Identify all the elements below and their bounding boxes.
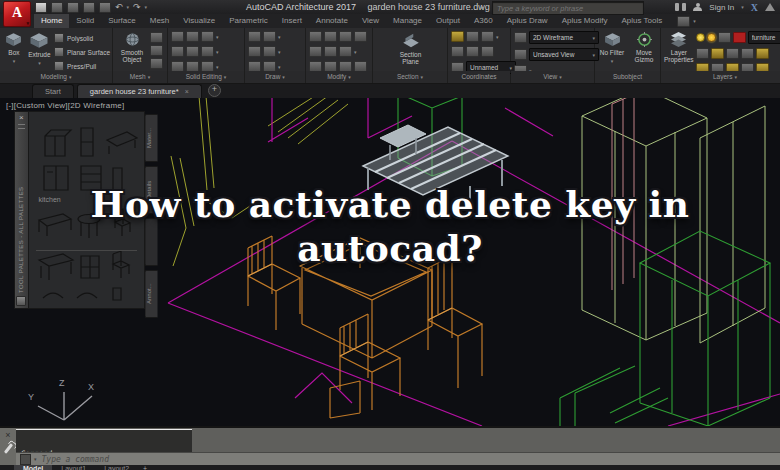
- autodesk-a360-icon[interactable]: [765, 3, 775, 11]
- circle-icon[interactable]: [248, 46, 261, 57]
- palette-grip-icon[interactable]: [18, 124, 25, 129]
- wrench-icon[interactable]: [3, 443, 12, 454]
- palette-tool-arc-b[interactable]: [77, 293, 97, 298]
- polysolid-button[interactable]: Polysolid: [54, 33, 110, 43]
- ribbon-tab-solid[interactable]: Solid: [69, 14, 101, 28]
- sign-in-button[interactable]: Sign In: [709, 3, 734, 12]
- ribbon-display-toggle[interactable]: ▾: [677, 14, 696, 28]
- close-icon[interactable]: ×: [19, 114, 24, 122]
- ribbon-tab-mesh[interactable]: Mesh: [143, 14, 177, 28]
- panel-label-layers[interactable]: Layers▾: [661, 71, 780, 83]
- panel-label-mesh[interactable]: Mesh▾: [113, 71, 167, 83]
- close-icon[interactable]: ×: [185, 86, 189, 98]
- intersect-icon[interactable]: [201, 31, 214, 42]
- redo-icon[interactable]: ↷: [133, 3, 141, 12]
- layer-lock-icon[interactable]: [718, 32, 731, 43]
- ribbon-tab-annotate[interactable]: Annotate: [309, 14, 355, 28]
- box-button[interactable]: Box ▾: [3, 30, 25, 71]
- search-expand-icon[interactable]: ▸: [481, 3, 484, 10]
- panel-label-solid-editing[interactable]: Solid Editing▾: [168, 71, 244, 83]
- subtract-icon[interactable]: [186, 31, 199, 42]
- caret-down-icon[interactable]: ▾: [216, 34, 219, 40]
- rotate-icon[interactable]: [324, 31, 337, 42]
- layer-match-icon[interactable]: [696, 48, 709, 59]
- autodesk-exchange-icon[interactable]: X: [751, 2, 758, 13]
- palette-tab-annotation[interactable]: Annot...: [145, 270, 158, 318]
- palette-tool-low-table[interactable]: [107, 132, 137, 154]
- panel-label-modify[interactable]: Modify▾: [306, 71, 372, 83]
- ribbon-tab-parametric[interactable]: Parametric: [222, 14, 275, 28]
- ucs-z-axis-icon[interactable]: [466, 46, 479, 57]
- named-view-dropdown[interactable]: Unsaved View ▾: [529, 48, 599, 61]
- plot-icon[interactable]: [99, 2, 111, 13]
- layer-thaw-icon[interactable]: [707, 33, 716, 42]
- move-gizmo-button[interactable]: Move Gizmo: [631, 30, 657, 71]
- fillet-edge-icon[interactable]: [201, 46, 214, 57]
- named-view-icon[interactable]: [514, 49, 527, 60]
- caret-down-icon[interactable]: ▾: [34, 456, 37, 462]
- caret-down-icon[interactable]: ▾: [216, 49, 219, 55]
- palette-tab-materials[interactable]: Mater...: [145, 114, 158, 162]
- palette-tool-small-rect[interactable]: [113, 288, 121, 300]
- caret-down-icon[interactable]: ▾: [278, 49, 281, 55]
- palette-tool-tall-cabinet[interactable]: [81, 128, 93, 156]
- palette-properties-icon[interactable]: [16, 296, 26, 306]
- no-filter-button[interactable]: No Filter ▾: [599, 30, 625, 71]
- new-drawing-button[interactable]: +: [208, 84, 221, 97]
- press-pull-button[interactable]: Press/Pull: [54, 61, 110, 71]
- layer-off-icon[interactable]: [741, 48, 754, 59]
- layer-on-icon[interactable]: [696, 33, 705, 42]
- line-icon[interactable]: [248, 31, 261, 42]
- ribbon-tab-insert[interactable]: Insert: [275, 14, 309, 28]
- drawing-area[interactable]: [-][Custom View][2D Wireframe] × TOOL PA…: [0, 98, 780, 426]
- ucs-world-icon[interactable]: [451, 31, 464, 42]
- qat-customize-caret-icon[interactable]: ▾: [145, 4, 148, 10]
- sign-in-caret-icon[interactable]: ▾: [741, 4, 744, 10]
- mesh-tool-icon[interactable]: [150, 32, 163, 43]
- ucs-3point-icon[interactable]: [481, 46, 494, 57]
- caret-down-icon[interactable]: ▾: [496, 34, 499, 40]
- smooth-object-button[interactable]: Smooth Object: [116, 30, 148, 71]
- mirror-icon[interactable]: [309, 46, 322, 57]
- save-icon[interactable]: [67, 2, 79, 13]
- caret-down-icon[interactable]: ▾: [354, 49, 357, 55]
- copy-icon[interactable]: [354, 31, 367, 42]
- ucs-origin-icon[interactable]: [451, 46, 464, 57]
- ribbon-tab-output[interactable]: Output: [429, 14, 467, 28]
- command-input[interactable]: [40, 454, 780, 465]
- undo-caret-icon[interactable]: ▾: [127, 4, 130, 10]
- file-tab-active-document[interactable]: garden house 23 furniture* ×: [77, 84, 202, 98]
- application-menu-button[interactable]: A ▾: [3, 1, 31, 27]
- fillet-icon[interactable]: [324, 46, 337, 57]
- ribbon-tab-a360[interactable]: A360: [467, 14, 500, 28]
- make-current-icon[interactable]: [756, 48, 769, 59]
- polyline-icon[interactable]: [263, 31, 276, 42]
- panel-label-coordinates[interactable]: Coordinates: [448, 71, 510, 83]
- save-as-icon[interactable]: [83, 2, 95, 13]
- arc-icon[interactable]: [263, 46, 276, 57]
- ribbon-tab-home[interactable]: Home: [34, 14, 69, 28]
- panel-label-draw[interactable]: Draw▾: [245, 71, 305, 83]
- section-plane-button[interactable]: Section Plane: [391, 30, 431, 71]
- visual-style-dropdown[interactable]: 2D Wireframe ▾: [529, 31, 599, 44]
- panel-label-modeling[interactable]: Modeling▾: [0, 71, 112, 83]
- command-prompt-icon[interactable]: [20, 454, 31, 465]
- mesh-tool-icon[interactable]: [150, 45, 163, 56]
- ucs-previous-icon[interactable]: [481, 31, 494, 42]
- search-icon[interactable]: [675, 3, 686, 11]
- current-layer-dropdown[interactable]: furniture ▾: [748, 31, 780, 44]
- ribbon-tab-surface[interactable]: Surface: [101, 14, 143, 28]
- layer-isolate-icon[interactable]: [711, 48, 724, 59]
- help-search-input[interactable]: [493, 4, 643, 13]
- ribbon-tab-view[interactable]: View: [355, 14, 386, 28]
- undo-icon[interactable]: ↶: [115, 3, 123, 12]
- palette-tool-arc-a[interactable]: [43, 293, 63, 298]
- layer-freeze-icon[interactable]: [726, 48, 739, 59]
- layer-color-swatch[interactable]: [733, 32, 746, 43]
- ucs-icon[interactable]: [466, 31, 479, 42]
- ribbon-tab-aplus-tools[interactable]: Aplus Tools: [614, 14, 669, 28]
- caret-down-icon[interactable]: ▾: [278, 64, 281, 70]
- file-tab-start[interactable]: Start: [32, 84, 74, 98]
- new-file-icon[interactable]: [35, 2, 47, 13]
- slice-icon[interactable]: [171, 46, 184, 57]
